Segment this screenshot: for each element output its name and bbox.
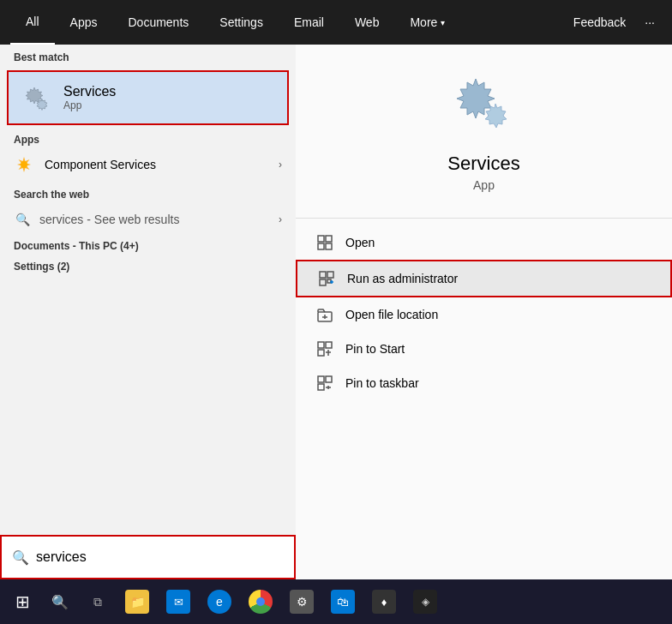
tab-more[interactable]: More ▾	[394, 0, 460, 45]
web-search-item[interactable]: 🔍 services - See web results ›	[0, 204, 296, 235]
svg-rect-6	[326, 236, 332, 242]
search-bar[interactable]: 🔍 services	[0, 535, 296, 579]
runas-action[interactable]: Run as administrator	[296, 260, 672, 297]
tab-settings[interactable]: Settings	[204, 0, 279, 45]
runas-icon	[318, 270, 335, 287]
app-title: Services	[447, 153, 519, 175]
svg-rect-11	[320, 279, 326, 285]
open-icon	[316, 234, 333, 251]
tab-all[interactable]: All	[10, 0, 55, 45]
best-match-item[interactable]: Services App	[7, 70, 289, 125]
action-list: Open Run as administrator	[296, 225, 672, 400]
tab-apps[interactable]: Apps	[55, 0, 113, 45]
tab-documents[interactable]: Documents	[112, 0, 204, 45]
docs-label: Documents - This PC (4+)	[0, 235, 296, 255]
web-chevron-icon: ›	[279, 213, 282, 225]
open-action[interactable]: Open	[296, 225, 672, 260]
best-match-label: Best match	[0, 45, 296, 67]
pin-taskbar-action[interactable]: Pin to taskbar	[296, 366, 672, 400]
task-view-button[interactable]: ⧉	[79, 583, 117, 621]
pin-taskbar-icon	[316, 375, 333, 392]
svg-rect-23	[318, 384, 324, 390]
svg-rect-17	[326, 342, 332, 348]
taskbar: ⊞ 🔍 ⧉ 📁 ✉ e ⚙ 🛍 ♦ ◈	[0, 579, 672, 624]
component-services-label: Component Services	[45, 158, 156, 171]
main-content: Best match	[0, 45, 672, 579]
taskbar-icon-2[interactable]: ◈	[406, 583, 444, 621]
chevron-down-icon: ▾	[441, 18, 445, 27]
search-input[interactable]: services	[36, 549, 284, 565]
component-services-item[interactable]: Component Services ›	[0, 147, 296, 182]
app-icon-large	[450, 70, 519, 139]
right-panel: Services App Open	[296, 45, 672, 579]
pin-start-icon	[316, 340, 333, 357]
services-icon	[19, 81, 53, 115]
svg-rect-8	[326, 243, 332, 249]
svg-rect-5	[318, 236, 324, 242]
component-services-icon	[14, 154, 34, 175]
search-bar-icon: 🔍	[12, 549, 29, 566]
svg-rect-16	[318, 342, 324, 348]
taskbar-search[interactable]: 🔍	[41, 583, 79, 621]
tab-web[interactable]: Web	[339, 0, 395, 45]
web-label: Search the web	[0, 182, 296, 204]
folder-icon	[316, 306, 333, 323]
more-options-button[interactable]: ···	[638, 0, 662, 45]
taskbar-mail[interactable]: ✉	[159, 583, 197, 621]
pin-start-action[interactable]: Pin to Start	[296, 332, 672, 366]
left-panel: Best match	[0, 45, 296, 579]
svg-rect-18	[318, 350, 324, 356]
taskbar-store[interactable]: 🛍	[324, 583, 362, 621]
svg-rect-9	[320, 272, 326, 278]
results-area: Best match	[0, 45, 296, 535]
svg-rect-22	[326, 376, 332, 382]
web-search-text: services - See web results	[39, 213, 179, 226]
app-type: App	[473, 178, 495, 192]
divider	[296, 218, 672, 219]
best-match-subtitle: App	[63, 99, 116, 111]
taskbar-settings[interactable]: ⚙	[283, 583, 321, 621]
search-icon: 🔍	[14, 211, 31, 228]
svg-rect-10	[327, 272, 333, 278]
best-match-title: Services	[63, 84, 116, 99]
chevron-right-icon: ›	[279, 159, 282, 171]
taskbar-chrome[interactable]	[242, 583, 279, 621]
taskbar-explorer[interactable]: 📁	[118, 583, 156, 621]
tab-email[interactable]: Email	[279, 0, 339, 45]
settings-label: Settings (2)	[0, 255, 296, 276]
svg-rect-7	[318, 243, 324, 249]
taskbar-icon-1[interactable]: ♦	[365, 583, 403, 621]
taskbar-edge[interactable]: e	[201, 583, 238, 621]
top-nav: All Apps Documents Settings Email Web Mo…	[0, 0, 672, 45]
open-location-action[interactable]: Open file location	[296, 297, 672, 332]
apps-label: Apps	[0, 129, 296, 147]
feedback-button[interactable]: Feedback	[561, 0, 638, 45]
svg-rect-21	[318, 376, 324, 382]
start-button[interactable]: ⊞	[3, 583, 41, 621]
